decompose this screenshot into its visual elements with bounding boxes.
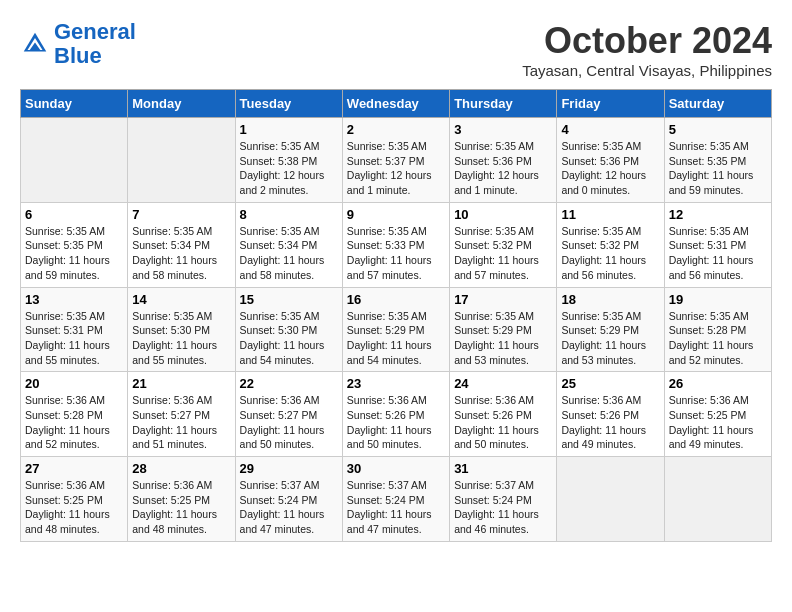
day-number: 16: [347, 292, 445, 307]
calendar-cell: 19Sunrise: 5:35 AMSunset: 5:28 PMDayligh…: [664, 287, 771, 372]
day-info: Sunrise: 5:37 AMSunset: 5:24 PMDaylight:…: [240, 478, 338, 537]
calendar-cell: 14Sunrise: 5:35 AMSunset: 5:30 PMDayligh…: [128, 287, 235, 372]
calendar-cell: 15Sunrise: 5:35 AMSunset: 5:30 PMDayligh…: [235, 287, 342, 372]
day-number: 31: [454, 461, 552, 476]
day-number: 26: [669, 376, 767, 391]
calendar-cell: 27Sunrise: 5:36 AMSunset: 5:25 PMDayligh…: [21, 457, 128, 542]
calendar-cell: 8Sunrise: 5:35 AMSunset: 5:34 PMDaylight…: [235, 202, 342, 287]
calendar-cell: 10Sunrise: 5:35 AMSunset: 5:32 PMDayligh…: [450, 202, 557, 287]
day-info: Sunrise: 5:36 AMSunset: 5:26 PMDaylight:…: [347, 393, 445, 452]
day-number: 24: [454, 376, 552, 391]
day-info: Sunrise: 5:35 AMSunset: 5:37 PMDaylight:…: [347, 139, 445, 198]
calendar-cell: 21Sunrise: 5:36 AMSunset: 5:27 PMDayligh…: [128, 372, 235, 457]
day-number: 22: [240, 376, 338, 391]
day-number: 12: [669, 207, 767, 222]
day-number: 10: [454, 207, 552, 222]
day-number: 29: [240, 461, 338, 476]
day-info: Sunrise: 5:36 AMSunset: 5:26 PMDaylight:…: [561, 393, 659, 452]
logo-text: General Blue: [54, 20, 136, 68]
day-info: Sunrise: 5:35 AMSunset: 5:32 PMDaylight:…: [454, 224, 552, 283]
logo-icon: [20, 29, 50, 59]
day-info: Sunrise: 5:35 AMSunset: 5:29 PMDaylight:…: [347, 309, 445, 368]
day-info: Sunrise: 5:35 AMSunset: 5:30 PMDaylight:…: [132, 309, 230, 368]
day-info: Sunrise: 5:37 AMSunset: 5:24 PMDaylight:…: [347, 478, 445, 537]
day-info: Sunrise: 5:35 AMSunset: 5:28 PMDaylight:…: [669, 309, 767, 368]
day-info: Sunrise: 5:35 AMSunset: 5:35 PMDaylight:…: [25, 224, 123, 283]
calendar-cell: 9Sunrise: 5:35 AMSunset: 5:33 PMDaylight…: [342, 202, 449, 287]
day-number: 5: [669, 122, 767, 137]
calendar-table: SundayMondayTuesdayWednesdayThursdayFrid…: [20, 89, 772, 542]
day-number: 4: [561, 122, 659, 137]
location: Tayasan, Central Visayas, Philippines: [522, 62, 772, 79]
calendar-week-row: 6Sunrise: 5:35 AMSunset: 5:35 PMDaylight…: [21, 202, 772, 287]
calendar-cell: 25Sunrise: 5:36 AMSunset: 5:26 PMDayligh…: [557, 372, 664, 457]
calendar-cell: 30Sunrise: 5:37 AMSunset: 5:24 PMDayligh…: [342, 457, 449, 542]
day-info: Sunrise: 5:36 AMSunset: 5:27 PMDaylight:…: [132, 393, 230, 452]
day-info: Sunrise: 5:35 AMSunset: 5:34 PMDaylight:…: [240, 224, 338, 283]
calendar-cell: [21, 118, 128, 203]
calendar-cell: 18Sunrise: 5:35 AMSunset: 5:29 PMDayligh…: [557, 287, 664, 372]
day-number: 14: [132, 292, 230, 307]
day-number: 27: [25, 461, 123, 476]
calendar-cell: 12Sunrise: 5:35 AMSunset: 5:31 PMDayligh…: [664, 202, 771, 287]
day-info: Sunrise: 5:36 AMSunset: 5:27 PMDaylight:…: [240, 393, 338, 452]
day-info: Sunrise: 5:36 AMSunset: 5:25 PMDaylight:…: [132, 478, 230, 537]
weekday-header-wednesday: Wednesday: [342, 90, 449, 118]
calendar-cell: 17Sunrise: 5:35 AMSunset: 5:29 PMDayligh…: [450, 287, 557, 372]
day-info: Sunrise: 5:36 AMSunset: 5:26 PMDaylight:…: [454, 393, 552, 452]
calendar-cell: 6Sunrise: 5:35 AMSunset: 5:35 PMDaylight…: [21, 202, 128, 287]
day-info: Sunrise: 5:35 AMSunset: 5:36 PMDaylight:…: [454, 139, 552, 198]
calendar-week-row: 13Sunrise: 5:35 AMSunset: 5:31 PMDayligh…: [21, 287, 772, 372]
calendar-cell: 3Sunrise: 5:35 AMSunset: 5:36 PMDaylight…: [450, 118, 557, 203]
day-info: Sunrise: 5:35 AMSunset: 5:29 PMDaylight:…: [454, 309, 552, 368]
calendar-cell: 28Sunrise: 5:36 AMSunset: 5:25 PMDayligh…: [128, 457, 235, 542]
logo: General Blue: [20, 20, 136, 68]
calendar-cell: [557, 457, 664, 542]
calendar-cell: 29Sunrise: 5:37 AMSunset: 5:24 PMDayligh…: [235, 457, 342, 542]
calendar-cell: 23Sunrise: 5:36 AMSunset: 5:26 PMDayligh…: [342, 372, 449, 457]
calendar-week-row: 20Sunrise: 5:36 AMSunset: 5:28 PMDayligh…: [21, 372, 772, 457]
day-number: 6: [25, 207, 123, 222]
day-number: 23: [347, 376, 445, 391]
calendar-cell: [664, 457, 771, 542]
day-number: 20: [25, 376, 123, 391]
day-info: Sunrise: 5:35 AMSunset: 5:36 PMDaylight:…: [561, 139, 659, 198]
day-number: 3: [454, 122, 552, 137]
day-info: Sunrise: 5:37 AMSunset: 5:24 PMDaylight:…: [454, 478, 552, 537]
calendar-cell: 2Sunrise: 5:35 AMSunset: 5:37 PMDaylight…: [342, 118, 449, 203]
weekday-header-tuesday: Tuesday: [235, 90, 342, 118]
day-number: 8: [240, 207, 338, 222]
calendar-cell: 26Sunrise: 5:36 AMSunset: 5:25 PMDayligh…: [664, 372, 771, 457]
day-number: 30: [347, 461, 445, 476]
title-area: October 2024 Tayasan, Central Visayas, P…: [522, 20, 772, 79]
weekday-header-row: SundayMondayTuesdayWednesdayThursdayFrid…: [21, 90, 772, 118]
day-number: 7: [132, 207, 230, 222]
calendar-week-row: 1Sunrise: 5:35 AMSunset: 5:38 PMDaylight…: [21, 118, 772, 203]
day-info: Sunrise: 5:36 AMSunset: 5:28 PMDaylight:…: [25, 393, 123, 452]
day-number: 9: [347, 207, 445, 222]
day-number: 21: [132, 376, 230, 391]
day-info: Sunrise: 5:35 AMSunset: 5:38 PMDaylight:…: [240, 139, 338, 198]
page-header: General Blue October 2024 Tayasan, Centr…: [20, 20, 772, 79]
weekday-header-sunday: Sunday: [21, 90, 128, 118]
calendar-cell: 24Sunrise: 5:36 AMSunset: 5:26 PMDayligh…: [450, 372, 557, 457]
day-number: 1: [240, 122, 338, 137]
calendar-cell: 22Sunrise: 5:36 AMSunset: 5:27 PMDayligh…: [235, 372, 342, 457]
day-info: Sunrise: 5:35 AMSunset: 5:35 PMDaylight:…: [669, 139, 767, 198]
calendar-cell: 7Sunrise: 5:35 AMSunset: 5:34 PMDaylight…: [128, 202, 235, 287]
calendar-cell: 1Sunrise: 5:35 AMSunset: 5:38 PMDaylight…: [235, 118, 342, 203]
day-info: Sunrise: 5:35 AMSunset: 5:29 PMDaylight:…: [561, 309, 659, 368]
weekday-header-thursday: Thursday: [450, 90, 557, 118]
day-info: Sunrise: 5:35 AMSunset: 5:32 PMDaylight:…: [561, 224, 659, 283]
calendar-week-row: 27Sunrise: 5:36 AMSunset: 5:25 PMDayligh…: [21, 457, 772, 542]
day-number: 17: [454, 292, 552, 307]
calendar-cell: 4Sunrise: 5:35 AMSunset: 5:36 PMDaylight…: [557, 118, 664, 203]
calendar-cell: 11Sunrise: 5:35 AMSunset: 5:32 PMDayligh…: [557, 202, 664, 287]
day-number: 18: [561, 292, 659, 307]
day-info: Sunrise: 5:35 AMSunset: 5:34 PMDaylight:…: [132, 224, 230, 283]
calendar-cell: 31Sunrise: 5:37 AMSunset: 5:24 PMDayligh…: [450, 457, 557, 542]
day-number: 19: [669, 292, 767, 307]
calendar-cell: 5Sunrise: 5:35 AMSunset: 5:35 PMDaylight…: [664, 118, 771, 203]
month-title: October 2024: [522, 20, 772, 62]
day-info: Sunrise: 5:35 AMSunset: 5:33 PMDaylight:…: [347, 224, 445, 283]
